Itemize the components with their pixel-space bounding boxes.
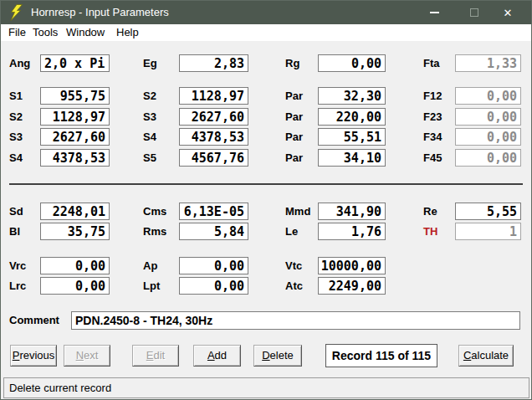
- ap-label: Ap: [143, 257, 157, 274]
- hornresp-window: Hornresp - Input Parameters ✕ File Tools…: [0, 0, 532, 400]
- th-input: [455, 223, 521, 240]
- par3-label: Par: [285, 128, 303, 146]
- th-label: TH: [423, 223, 437, 240]
- vrc-input[interactable]: [40, 257, 110, 274]
- par4-input[interactable]: [318, 149, 386, 167]
- status-bar: Delete current record: [3, 377, 529, 398]
- lpt-input[interactable]: [179, 277, 248, 295]
- bl-label: Bl: [9, 223, 20, 240]
- par3-input[interactable]: [318, 128, 386, 146]
- s3a-input[interactable]: [179, 108, 248, 126]
- re-label: Re: [423, 203, 437, 220]
- s3a-label: S3: [143, 108, 156, 126]
- menu-file[interactable]: File: [8, 24, 26, 41]
- s1-input[interactable]: [40, 87, 110, 105]
- cms-label: Cms: [143, 203, 166, 220]
- s4a-label: S4: [143, 128, 156, 146]
- maximize-glyph: [470, 8, 478, 17]
- s5-input[interactable]: [179, 149, 248, 167]
- rg-label: Rg: [285, 54, 299, 72]
- vtc-label: Vtc: [285, 257, 302, 274]
- le-input[interactable]: [318, 223, 386, 240]
- ap-input[interactable]: [179, 257, 248, 274]
- le-label: Le: [285, 223, 298, 240]
- par1-label: Par: [285, 87, 303, 105]
- f12-input: [455, 87, 521, 105]
- s2-label: S2: [143, 87, 156, 105]
- par2-input[interactable]: [318, 108, 386, 126]
- lightning-bolt-icon: [9, 4, 23, 21]
- rms-label: Rms: [143, 223, 166, 240]
- f45-label: F45: [423, 149, 442, 167]
- rms-input[interactable]: [179, 223, 248, 240]
- ang-label: Ang: [9, 54, 30, 72]
- lrc-input[interactable]: [40, 277, 110, 295]
- ang-input[interactable]: [40, 54, 110, 72]
- sd-input[interactable]: [40, 203, 110, 220]
- mmd-label: Mmd: [285, 203, 310, 220]
- lrc-label: Lrc: [9, 277, 26, 295]
- menu-bar: File Tools Window Help: [1, 24, 531, 41]
- s1-label: S1: [9, 87, 23, 105]
- eg-label: Eg: [143, 54, 157, 72]
- title-bar: Hornresp - Input Parameters ✕: [1, 1, 531, 24]
- comment-label: Comment: [9, 311, 59, 329]
- fta-input: [455, 54, 521, 72]
- cms-input[interactable]: [179, 203, 248, 220]
- window-title: Hornresp - Input Parameters: [31, 1, 169, 24]
- record-counter: Record 115 of 115: [325, 344, 437, 367]
- atc-label: Atc: [285, 277, 303, 295]
- par1-input[interactable]: [318, 87, 386, 105]
- s4b-input[interactable]: [40, 149, 110, 167]
- edit-button: Edit: [132, 345, 179, 367]
- vtc-input[interactable]: [318, 257, 386, 274]
- section-separator: [9, 183, 523, 185]
- f12-label: F12: [423, 87, 442, 105]
- comment-input[interactable]: [71, 311, 520, 330]
- par4-label: Par: [285, 149, 303, 167]
- s3b-input[interactable]: [40, 128, 110, 146]
- add-button[interactable]: Add: [193, 345, 241, 367]
- s2-input[interactable]: [179, 87, 248, 105]
- f34-input: [455, 128, 521, 146]
- eg-input[interactable]: [179, 54, 248, 72]
- bl-input[interactable]: [40, 223, 110, 240]
- delete-button[interactable]: Delete: [253, 345, 302, 367]
- mmd-input[interactable]: [318, 203, 386, 220]
- maximize-icon: [459, 1, 489, 24]
- calculate-button[interactable]: Calculate: [458, 345, 514, 367]
- next-button: Next: [64, 345, 110, 367]
- f45-input: [455, 149, 521, 167]
- s5-label: S5: [143, 149, 156, 167]
- s2b-label: S2: [9, 108, 23, 126]
- close-icon[interactable]: ✕: [493, 1, 523, 24]
- minimize-glyph: [430, 12, 439, 13]
- previous-button[interactable]: Previous: [10, 345, 57, 367]
- s4a-input[interactable]: [179, 128, 248, 146]
- menu-window[interactable]: Window: [66, 24, 105, 41]
- re-input[interactable]: [455, 203, 521, 220]
- lpt-label: Lpt: [143, 277, 160, 295]
- par2-label: Par: [285, 108, 303, 126]
- rg-input[interactable]: [318, 54, 386, 72]
- f23-input: [455, 108, 521, 126]
- s4b-label: S4: [9, 149, 23, 167]
- vrc-label: Vrc: [9, 257, 26, 274]
- minimize-icon[interactable]: [419, 1, 449, 24]
- atc-input[interactable]: [318, 277, 386, 295]
- s3b-label: S3: [9, 128, 23, 146]
- f23-label: F23: [423, 108, 442, 126]
- fta-label: Fta: [423, 54, 440, 72]
- f34-label: F34: [423, 128, 442, 146]
- menu-help[interactable]: Help: [116, 24, 139, 41]
- sd-label: Sd: [9, 203, 23, 220]
- s2b-input[interactable]: [40, 108, 110, 126]
- menu-tools[interactable]: Tools: [33, 24, 58, 41]
